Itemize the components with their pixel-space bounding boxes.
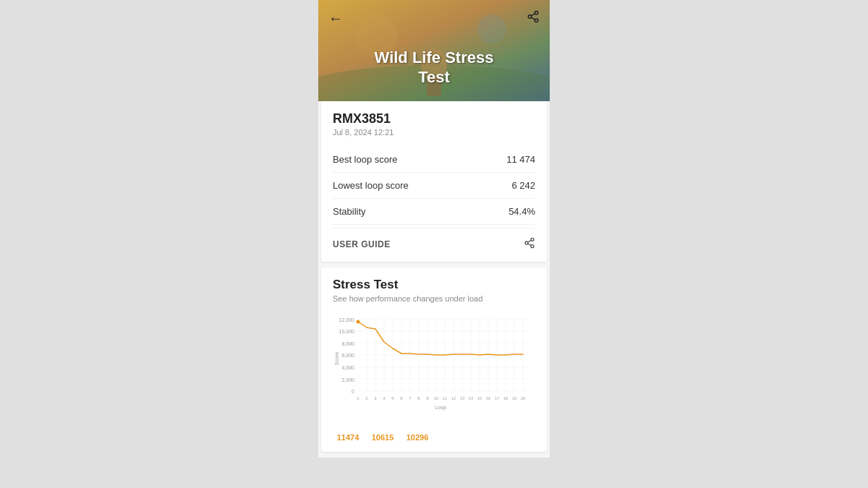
svg-text:11: 11 xyxy=(443,396,447,401)
svg-text:16: 16 xyxy=(486,396,490,401)
svg-text:1: 1 xyxy=(357,396,359,401)
stress-chart: 12,000 10,000 8,000 6,000 4,000 2,000 0 … xyxy=(333,312,535,427)
svg-point-7 xyxy=(528,15,532,19)
svg-text:10,000: 10,000 xyxy=(339,329,355,334)
device-name: RMX3851 xyxy=(333,111,535,127)
stability-row: Stability 54.4% xyxy=(333,199,535,225)
svg-text:17: 17 xyxy=(495,396,499,401)
stress-test-card: Stress Test See how performance changes … xyxy=(321,267,547,452)
stress-test-subtitle: See how performance changes under load xyxy=(333,294,535,303)
bottom-scores-row: 11474 10615 10296 xyxy=(333,427,535,442)
svg-point-5 xyxy=(477,14,506,43)
share-top-button[interactable] xyxy=(527,10,540,27)
svg-text:3: 3 xyxy=(374,396,377,401)
svg-point-12 xyxy=(525,241,528,244)
hero-title: Wild Life StressTest xyxy=(362,48,506,87)
device-date: Jul 8, 2024 12:21 xyxy=(333,128,535,137)
svg-text:2,000: 2,000 xyxy=(341,377,354,382)
phone-container: ← Wild Life StressTest RMX3851 Jul 8, 20… xyxy=(318,0,550,458)
svg-text:15: 15 xyxy=(477,396,482,401)
svg-text:19: 19 xyxy=(512,396,516,401)
bottom-score-value-3: 10296 xyxy=(402,433,433,442)
svg-text:5: 5 xyxy=(391,396,394,401)
svg-text:14: 14 xyxy=(469,396,473,401)
svg-text:9: 9 xyxy=(426,396,429,401)
svg-text:2: 2 xyxy=(365,396,368,401)
svg-text:18: 18 xyxy=(503,396,508,401)
svg-text:10: 10 xyxy=(434,396,438,401)
bottom-score-3: 10296 xyxy=(402,433,433,442)
best-loop-row: Best loop score 11 474 xyxy=(333,147,535,173)
lowest-loop-value: 6 242 xyxy=(511,180,535,191)
user-guide-row: USER GUIDE xyxy=(333,228,535,252)
svg-line-10 xyxy=(531,14,535,16)
best-loop-value: 11 474 xyxy=(506,154,535,165)
svg-point-8 xyxy=(535,19,538,22)
stability-label: Stability xyxy=(333,206,366,217)
bottom-score-value-1: 11474 xyxy=(333,433,363,442)
svg-point-11 xyxy=(531,238,534,241)
svg-point-13 xyxy=(531,245,534,248)
svg-line-15 xyxy=(528,240,532,242)
svg-text:6,000: 6,000 xyxy=(341,353,354,358)
svg-text:12,000: 12,000 xyxy=(339,317,355,322)
stability-value: 54.4% xyxy=(509,206,535,217)
svg-text:12: 12 xyxy=(451,396,456,401)
hero-section: ← Wild Life StressTest xyxy=(318,0,550,101)
svg-text:7: 7 xyxy=(409,396,412,401)
svg-text:0: 0 xyxy=(352,389,354,394)
svg-text:6: 6 xyxy=(400,396,403,401)
share-bottom-button[interactable] xyxy=(524,237,535,252)
bottom-score-1: 11474 xyxy=(333,433,363,442)
svg-line-9 xyxy=(531,17,535,20)
svg-text:4: 4 xyxy=(383,396,386,401)
bottom-score-2: 10615 xyxy=(367,433,398,442)
svg-line-14 xyxy=(528,244,532,246)
device-card: RMX3851 Jul 8, 2024 12:21 Best loop scor… xyxy=(321,101,547,262)
svg-text:Score: Score xyxy=(334,352,339,365)
best-loop-label: Best loop score xyxy=(333,154,398,165)
stress-test-title: Stress Test xyxy=(333,278,535,292)
lowest-loop-row: Lowest loop score 6 242 xyxy=(333,173,535,199)
svg-point-6 xyxy=(535,12,538,15)
lowest-loop-label: Lowest loop score xyxy=(333,180,409,191)
chart-area: 12,000 10,000 8,000 6,000 4,000 2,000 0 … xyxy=(333,312,535,427)
svg-text:4,000: 4,000 xyxy=(341,365,354,370)
svg-text:20: 20 xyxy=(521,396,525,401)
back-button[interactable]: ← xyxy=(328,10,343,27)
bottom-score-value-2: 10615 xyxy=(367,433,398,442)
svg-text:8,000: 8,000 xyxy=(341,341,354,346)
svg-text:13: 13 xyxy=(460,396,464,401)
user-guide-label[interactable]: USER GUIDE xyxy=(333,239,391,249)
svg-text:Loop: Loop xyxy=(435,405,446,411)
svg-point-50 xyxy=(357,320,360,324)
svg-text:8: 8 xyxy=(417,396,420,401)
